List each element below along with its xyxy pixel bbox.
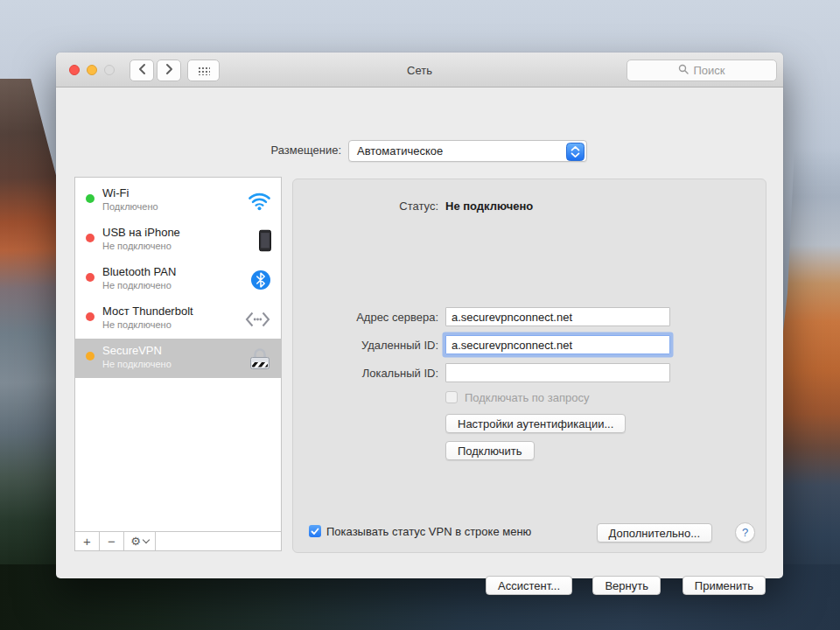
status-dot [86,194,94,203]
service-actions-button[interactable]: ⚙ [124,532,156,550]
show-vpn-status-checkbox[interactable] [309,525,321,537]
status-label: Статус: [293,200,438,213]
service-name: Мост Thunderbolt [102,304,193,318]
advanced-button[interactable]: Дополнительно... [597,523,712,542]
service-name: Bluetooth PAN [102,265,176,278]
window-titlebar: Сеть Поиск [56,52,783,88]
status-dot [86,273,94,282]
search-field[interactable]: Поиск [626,60,777,81]
chevron-down-icon [143,536,150,543]
service-status: Подключено [102,201,158,212]
network-preferences-window: Сеть Поиск Размещение: Автоматическое [56,52,783,578]
service-status: Не подключено [102,319,172,330]
window-content: Размещение: Автоматическое [56,88,783,578]
service-name: SecureVPN [102,344,162,357]
gear-icon: ⚙ [130,535,141,548]
vpn-lock-icon [248,346,271,370]
service-name: Wi-Fi [102,186,129,200]
thunderbolt-bridge-icon [244,309,271,330]
help-button[interactable]: ? [735,522,755,542]
services-list: Wi-Fi Подключено USB на iPhone Не [74,177,282,551]
stepper-icon [566,143,584,164]
service-row-thunderbolt-bridge[interactable]: Мост Thunderbolt Не подключено [75,299,281,339]
iphone-icon [259,229,271,251]
desktop: Сеть Поиск Размещение: Автоматическое [0,0,840,630]
server-address-label: Адрес сервера: [293,311,438,324]
status-dot [86,234,94,242]
add-service-button[interactable]: + [75,532,100,550]
search-icon [678,64,689,77]
service-row-bluetooth-pan[interactable]: Bluetooth PAN Не подключено [75,260,281,299]
status-dot [86,352,94,360]
show-vpn-status-label: Показывать статус VPN в строке меню [326,525,531,538]
apply-button[interactable]: Применить [682,576,766,595]
service-row-usb-iphone[interactable]: USB на iPhone Не подключено [75,220,281,260]
service-row-securevpn[interactable]: SecureVPN Не подключено [75,339,281,378]
connect-on-demand-label: Подключать по запросу [465,391,589,404]
service-row-wifi[interactable]: Wi-Fi Подключено [75,181,281,220]
local-id-input[interactable] [445,363,670,382]
service-name: USB на iPhone [102,226,180,239]
status-dot [86,312,94,321]
auth-settings-button[interactable]: Настройки аутентификации... [445,414,626,433]
connect-on-demand-checkbox[interactable] [445,391,458,403]
service-detail-panel: Статус: Не подключено Адрес сервера: Уда… [292,178,766,553]
status-value: Не подключено [445,200,533,213]
remove-service-button[interactable]: − [100,532,124,550]
location-value: Автоматическое [357,144,443,158]
service-status: Не подключено [102,241,172,251]
check-icon [311,528,319,536]
services-list-toolbar: + − ⚙ [75,531,281,550]
assistant-button[interactable]: Ассистент... [486,576,572,595]
service-status: Не подключено [102,280,172,290]
connect-button[interactable]: Подключить [445,441,535,460]
remote-id-input[interactable] [445,335,670,354]
remote-id-label: Удаленный ID: [293,339,438,352]
search-placeholder: Поиск [693,64,724,77]
wifi-icon [248,192,271,211]
location-select[interactable]: Автоматическое [348,140,587,162]
location-label: Размещение: [187,144,341,157]
local-id-label: Локальный ID: [293,367,438,380]
bluetooth-icon [250,270,271,290]
revert-button[interactable]: Вернуть [592,576,661,595]
server-address-input[interactable] [445,307,670,326]
service-status: Не подключено [102,359,172,369]
